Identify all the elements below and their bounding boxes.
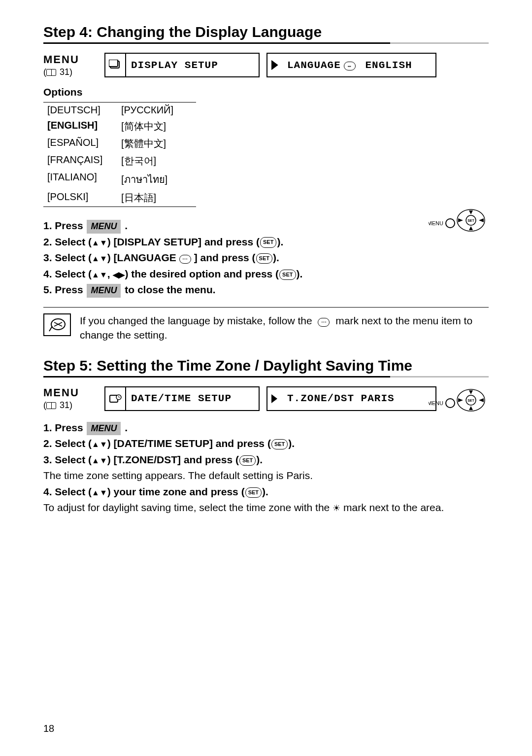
svg-point-11 xyxy=(446,399,455,408)
opt-cell: [한국어] xyxy=(117,152,196,170)
book-icon xyxy=(46,402,56,409)
box2-text: LANGUAGE⋯ ENGLISH xyxy=(282,60,417,71)
instruction-line: 1. Press MENU . xyxy=(43,420,489,436)
set-icon: SET xyxy=(245,487,262,498)
box2-text: T.ZONE/DST PARIS xyxy=(282,393,399,404)
instruction-line: 4. Select (▲▼, ◀▶) the desired option an… xyxy=(43,266,489,282)
set-icon: SET xyxy=(260,237,276,247)
svg-text:SET: SET xyxy=(467,399,474,402)
menu-pill: MENU xyxy=(87,422,121,436)
instruction-line: 3. Select (▲▼) [LANGUAGE⋯] and press (SE… xyxy=(43,250,489,266)
instruction-line: 3. Select (▲▼) [T.ZONE/DST] and press (S… xyxy=(43,452,489,468)
menu-page-ref: ( 31) xyxy=(43,400,98,411)
menu-label-block: MENU ( 31) xyxy=(43,386,98,411)
menu-box-timezone: T.ZONE/DST PARIS xyxy=(266,386,436,411)
opt-cell: [繁體中文] xyxy=(117,135,196,152)
menu-box-datetime: DATE/TIME SETUP xyxy=(104,386,260,411)
instruction-line: 2. Select (▲▼) [DISPLAY SETUP] and press… xyxy=(43,234,489,250)
instruction-line: 4. Select (▲▼) your time zone and press … xyxy=(43,484,489,500)
opt-cell: [FRANÇAIS] xyxy=(43,152,117,170)
instruction-note: To adjust for daylight saving time, sele… xyxy=(43,500,489,516)
set-icon: SET xyxy=(239,455,256,466)
note-box: If you changed the language by mistake, … xyxy=(43,307,489,343)
instruction-line: 2. Select (▲▼) [DATE/TIME SETUP] and pre… xyxy=(43,436,489,452)
menu-label: MENU xyxy=(43,53,98,66)
set-icon: SET xyxy=(279,270,296,280)
clock-icon xyxy=(105,387,126,410)
options-label: Options xyxy=(43,86,489,98)
step4-menu-row: MENU ( 31) DISPLAY SETUP LANGUAGE⋯ ENGLI… xyxy=(43,53,489,77)
instruction-line: 5. Press MENU to close the menu. xyxy=(43,282,489,298)
opt-cell: [ITALIANO] xyxy=(43,170,117,189)
opt-cell: [ENGLISH] xyxy=(43,118,117,135)
updown-icon: ▲▼ xyxy=(92,254,107,263)
instruction-line: 1. Press MENU . xyxy=(43,218,489,234)
menu-pill: MENU xyxy=(87,220,121,234)
opt-cell: [DEUTSCH] xyxy=(43,103,117,118)
opt-cell: [ESPAÑOL] xyxy=(43,135,117,152)
updown-icon: ▲▼ xyxy=(92,440,107,448)
page-number: 18 xyxy=(43,723,54,734)
lang-oval-icon: ⋯ xyxy=(318,318,330,327)
opt-cell: [日本語] xyxy=(117,189,196,206)
menu-pill: MENU xyxy=(87,284,121,298)
set-icon: SET xyxy=(271,439,288,449)
updown-icon: ▲▼ xyxy=(92,456,107,465)
svg-text:MENU: MENU xyxy=(429,400,443,406)
svg-text:MENU: MENU xyxy=(429,220,443,226)
lang-oval-icon: ⋯ xyxy=(344,62,356,70)
opt-cell: [简体中文] xyxy=(117,118,196,135)
opt-cell: [РУССКИЙ] xyxy=(117,103,196,118)
screen-icon xyxy=(105,54,126,76)
sun-icon: ☀ xyxy=(332,502,340,515)
opt-cell: [POLSKI] xyxy=(43,189,117,206)
arrow-icon xyxy=(267,387,282,410)
book-icon xyxy=(46,69,56,76)
box1-text: DATE/TIME SETUP xyxy=(126,393,236,404)
step5-instructions: 1. Press MENU . 2. Select (▲▼) [DATE/TIM… xyxy=(43,420,489,516)
note-text: If you changed the language by mistake, … xyxy=(80,313,489,343)
instruction-note: The time zone setting appears. The defau… xyxy=(43,468,489,484)
svg-rect-1 xyxy=(109,60,118,67)
box1-text: DISPLAY SETUP xyxy=(126,60,223,71)
svg-point-3 xyxy=(446,219,455,228)
menu-box-display-setup: DISPLAY SETUP xyxy=(104,53,260,77)
step4-title: Step 4: Changing the Display Language xyxy=(43,24,489,44)
options-table: [DEUTSCH][РУССКИЙ] [ENGLISH][简体中文] [ESPA… xyxy=(43,102,196,207)
menu-label: MENU xyxy=(43,386,98,399)
step5-title: Step 5: Setting the Time Zone / Daylight… xyxy=(43,357,489,378)
note-icon xyxy=(43,313,71,336)
menu-box-language: LANGUAGE⋯ ENGLISH xyxy=(266,53,436,77)
arrow-icon xyxy=(267,54,282,76)
set-icon: SET xyxy=(256,253,272,264)
updown-icon: ▲▼ xyxy=(92,239,107,247)
step4-instructions: 1. Press MENU . 2. Select (▲▼) [DISPLAY … xyxy=(43,218,489,298)
updown-icon: ▲▼ xyxy=(92,271,107,279)
leftright-icon: ◀▶ xyxy=(113,271,125,279)
opt-cell: [ภาษาไทย] xyxy=(117,170,196,189)
lang-oval-icon: ⋯ xyxy=(179,255,191,264)
svg-text:SET: SET xyxy=(467,219,474,222)
controller-diagram: MENU SET xyxy=(429,384,488,419)
menu-label-block: MENU ( 31) xyxy=(43,53,98,77)
menu-page-ref: ( 31) xyxy=(43,67,98,77)
step5-menu-row: MENU ( 31) DATE/TIME SETUP T.ZONE/DST PA… xyxy=(43,386,489,411)
updown-icon: ▲▼ xyxy=(92,488,107,497)
controller-diagram: MENU SET xyxy=(429,205,488,239)
